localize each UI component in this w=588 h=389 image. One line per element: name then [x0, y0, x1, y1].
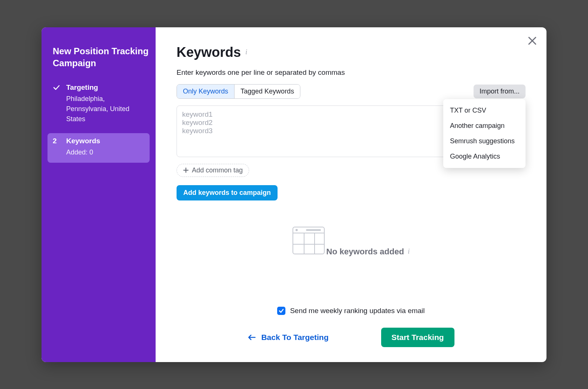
step-label: Targeting — [66, 83, 98, 92]
empty-label: No keywords added — [326, 247, 404, 257]
step-sub: Added: 0 — [66, 147, 144, 157]
step-header: 2 Keywords — [53, 137, 144, 145]
close-icon — [527, 36, 538, 46]
plus-icon — [183, 167, 189, 173]
import-dropdown: TXT or CSV Another campaign Semrush sugg… — [443, 99, 526, 168]
tab-tagged-keywords[interactable]: Tagged Keywords — [235, 85, 300, 98]
arrow-left-icon — [248, 334, 256, 341]
back-label: Back To Targeting — [261, 333, 328, 342]
controls-row: Only Keywords Tagged Keywords Import fro… — [177, 84, 526, 99]
keyword-mode-toggle: Only Keywords Tagged Keywords — [177, 84, 300, 99]
start-tracking-button[interactable]: Start Tracking — [381, 328, 454, 347]
wizard-sidebar: New Position Tracking Campaign Targeting… — [42, 27, 156, 362]
step-targeting[interactable]: Targeting Philadelphia, Pennsylvania, Un… — [48, 80, 150, 129]
check-icon — [53, 84, 60, 91]
step-label: Keywords — [66, 137, 100, 145]
check-icon — [279, 308, 284, 313]
tab-only-keywords[interactable]: Only Keywords — [177, 85, 235, 98]
add-tag-label: Add common tag — [192, 166, 243, 174]
step-sub: Philadelphia, Pennsylvania, United State… — [66, 94, 144, 124]
footer-buttons: Back To Targeting Start Tracking — [177, 328, 526, 347]
add-keywords-button[interactable]: Add keywords to campaign — [177, 185, 278, 200]
page-title-text: Keywords — [177, 45, 241, 60]
weekly-updates-checkbox[interactable] — [277, 307, 285, 315]
step-number: 2 — [53, 137, 60, 145]
import-option-txt-csv[interactable]: TXT or CSV — [443, 103, 526, 118]
weekly-updates-row: Send me weekly ranking updates via email — [177, 307, 526, 315]
step-keywords[interactable]: 2 Keywords Added: 0 — [48, 133, 150, 163]
back-to-targeting-link[interactable]: Back To Targeting — [248, 333, 328, 342]
info-icon[interactable]: i — [245, 48, 247, 56]
add-common-tag-button[interactable]: Add common tag — [177, 164, 249, 177]
info-icon[interactable]: i — [408, 248, 410, 255]
subtitle: Enter keywords one per line or separated… — [177, 68, 526, 77]
import-from-button[interactable]: Import from... — [474, 85, 526, 98]
import-option-another-campaign[interactable]: Another campaign — [443, 118, 526, 134]
main-panel: Keywords i Enter keywords one per line o… — [156, 27, 546, 362]
modal: New Position Tracking Campaign Targeting… — [42, 27, 546, 362]
footer: Send me weekly ranking updates via email… — [177, 307, 526, 347]
weekly-updates-label: Send me weekly ranking updates via email — [290, 307, 425, 315]
close-button[interactable] — [527, 36, 538, 48]
step-header: Targeting — [53, 83, 144, 92]
import-option-google-analytics[interactable]: Google Analytics — [443, 149, 526, 164]
sidebar-title: New Position Tracking Campaign — [53, 45, 150, 70]
empty-text: No keywords added i — [326, 247, 410, 257]
empty-table-icon — [293, 227, 325, 254]
import-option-semrush[interactable]: Semrush suggestions — [443, 134, 526, 149]
empty-state: No keywords added i — [177, 227, 526, 257]
page-title: Keywords i — [177, 45, 526, 60]
